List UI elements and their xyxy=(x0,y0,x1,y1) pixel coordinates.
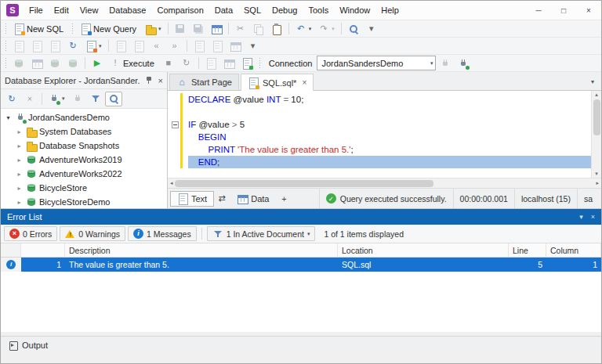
toolbar-grip[interactable] xyxy=(4,57,8,69)
close-tab-icon[interactable]: × xyxy=(302,78,306,87)
messages-filter-button[interactable]: i 1 Messages xyxy=(128,226,197,241)
collapse-region-icon[interactable] xyxy=(172,121,179,128)
column-header-icon[interactable] xyxy=(1,243,21,257)
restart-button[interactable]: ↻ xyxy=(178,56,195,70)
undo-button[interactable]: ↶▾ xyxy=(292,21,315,36)
menu-data[interactable]: Data xyxy=(209,1,238,20)
close-button[interactable]: × xyxy=(576,1,601,20)
disconnect-explorer-button[interactable] xyxy=(69,92,86,106)
document-filter-button[interactable]: 1 In Active Document ▾ xyxy=(207,226,316,241)
close-error-list-icon[interactable]: × xyxy=(591,213,595,221)
tree-item-system-databases[interactable]: ▸System Databases xyxy=(1,124,167,139)
code-line-2[interactable] xyxy=(170,106,591,118)
paste-button[interactable] xyxy=(268,21,285,36)
scroll-left-icon[interactable]: ◂ xyxy=(170,180,173,186)
uncomment-button[interactable] xyxy=(130,38,147,53)
expand-arrow-icon[interactable]: ▸ xyxy=(15,199,24,206)
tab-text-view[interactable]: Text xyxy=(170,191,214,207)
stop-button[interactable]: ■ xyxy=(160,56,177,70)
tree-item-jordansandersdemo[interactable]: ▾JordanSandersDemo xyxy=(1,110,167,124)
execute-button[interactable]: !Execute xyxy=(107,56,159,70)
swap-results-button[interactable]: ⇄ xyxy=(214,191,230,207)
bookmark-button[interactable] xyxy=(190,38,208,53)
tree-item-database-snapshots[interactable]: ▸Database Snapshots xyxy=(1,139,167,153)
open-file-button[interactable]: ▾ xyxy=(142,21,165,36)
column-header-number[interactable] xyxy=(21,243,65,257)
tree-item-bicyclestore[interactable]: ▸BicycleStore xyxy=(1,181,167,195)
scroll-right-icon[interactable]: ▸ xyxy=(596,180,599,186)
reconnect-button[interactable] xyxy=(455,56,472,70)
results-layout-button[interactable] xyxy=(227,38,244,53)
column-header-line[interactable]: Line xyxy=(509,243,546,257)
refresh-explorer-button[interactable]: ↻ xyxy=(3,92,20,106)
save-all-button[interactable] xyxy=(190,21,207,36)
refresh-button[interactable]: ↻ xyxy=(64,38,82,53)
tuning-button[interactable] xyxy=(238,56,256,70)
new-query-button[interactable]: New Query xyxy=(77,21,141,36)
copy-button[interactable] xyxy=(250,21,267,36)
menu-sql[interactable]: SQL xyxy=(238,1,267,20)
scroll-up-icon[interactable]: ▴ xyxy=(595,92,598,98)
row2-overflow-button[interactable]: ▾ xyxy=(245,38,262,53)
new-sql-button[interactable]: New SQL xyxy=(10,21,68,36)
column-header-location[interactable]: Location xyxy=(338,243,509,257)
vertical-scrollbar[interactable]: ▴ ▾ xyxy=(591,91,601,178)
menu-view[interactable]: View xyxy=(74,1,104,20)
pin-icon[interactable] xyxy=(144,76,154,85)
tab-sql-sql[interactable]: SQL.sql*× xyxy=(241,74,314,91)
add-view-button[interactable]: + xyxy=(276,191,292,207)
code-line-6[interactable]: END; xyxy=(170,156,591,168)
show-plan-button[interactable] xyxy=(10,56,27,70)
table-view-button[interactable] xyxy=(28,56,45,70)
filter-button[interactable] xyxy=(87,92,104,106)
maximize-button[interactable]: □ xyxy=(551,1,576,20)
expand-arrow-icon[interactable]: ▸ xyxy=(15,157,24,164)
validate-button[interactable] xyxy=(28,38,45,53)
connection-combo[interactable]: JordanSandersDemo▾ xyxy=(317,56,436,70)
query-profiler-button[interactable] xyxy=(220,56,238,70)
check-syntax-button[interactable] xyxy=(10,38,27,53)
disconnect-button[interactable] xyxy=(437,56,454,70)
row1-overflow-button[interactable]: ▾ xyxy=(363,21,380,36)
schema-compare-button[interactable] xyxy=(46,56,63,70)
column-header-description[interactable]: Description xyxy=(65,243,338,257)
toolbar-grip[interactable] xyxy=(71,23,74,34)
toolbar-grip[interactable] xyxy=(4,23,8,34)
tab-data-view[interactable]: Data xyxy=(230,191,276,207)
indent-decrease-button[interactable]: « xyxy=(148,38,165,53)
minimize-button[interactable]: ─ xyxy=(526,1,551,20)
tree-item-bicyclestoredemo[interactable]: ▸BicycleStoreDemo xyxy=(1,195,167,208)
redo-button[interactable]: ↷▾ xyxy=(315,21,338,36)
column-header-column[interactable]: Column xyxy=(546,243,601,257)
code-line-5[interactable]: PRINT 'The value is greater than 5.'; xyxy=(170,143,591,156)
cut-button[interactable]: ✂ xyxy=(232,21,249,36)
toolbar-grip[interactable] xyxy=(258,57,262,69)
object-search-button[interactable] xyxy=(105,92,122,106)
menu-comparison[interactable]: Comparison xyxy=(151,1,209,20)
scroll-down-icon[interactable]: ▾ xyxy=(595,171,598,177)
horizontal-scroll-thumb[interactable] xyxy=(175,180,433,187)
collapse-arrow-icon[interactable]: ▾ xyxy=(4,114,13,121)
indent-increase-button[interactable]: » xyxy=(166,38,183,53)
expand-arrow-icon[interactable]: ▸ xyxy=(15,171,24,178)
horizontal-scrollbar[interactable]: ◂ ▸ xyxy=(168,178,601,188)
expand-arrow-icon[interactable]: ▸ xyxy=(15,185,24,192)
vertical-scroll-thumb[interactable] xyxy=(593,99,600,135)
menu-debug[interactable]: Debug xyxy=(267,1,303,20)
new-window-button[interactable] xyxy=(209,38,226,53)
save-button[interactable] xyxy=(172,21,189,36)
menu-help[interactable]: Help xyxy=(375,1,404,20)
output-panel-tab[interactable]: Output xyxy=(1,336,601,354)
export-data-button[interactable] xyxy=(208,21,225,36)
menu-edit[interactable]: Edit xyxy=(49,1,74,20)
sql-code-editor[interactable]: DECLARE @value INT = 10;IF @value > 5 BE… xyxy=(168,91,591,178)
tree-item-adventureworks2022[interactable]: ▸AdventureWorks2022 xyxy=(1,167,167,181)
menu-window[interactable]: Window xyxy=(334,1,375,20)
tab-start-page[interactable]: ⌂Start Page xyxy=(169,74,239,90)
window-position-icon[interactable]: ▾ xyxy=(579,213,583,221)
chevron-down-icon[interactable]: ▾ xyxy=(430,60,433,67)
data-compare-button[interactable] xyxy=(64,56,82,70)
expand-arrow-icon[interactable]: ▸ xyxy=(15,128,24,135)
toolbar-grip[interactable] xyxy=(4,40,8,52)
menu-tools[interactable]: Tools xyxy=(303,1,334,20)
